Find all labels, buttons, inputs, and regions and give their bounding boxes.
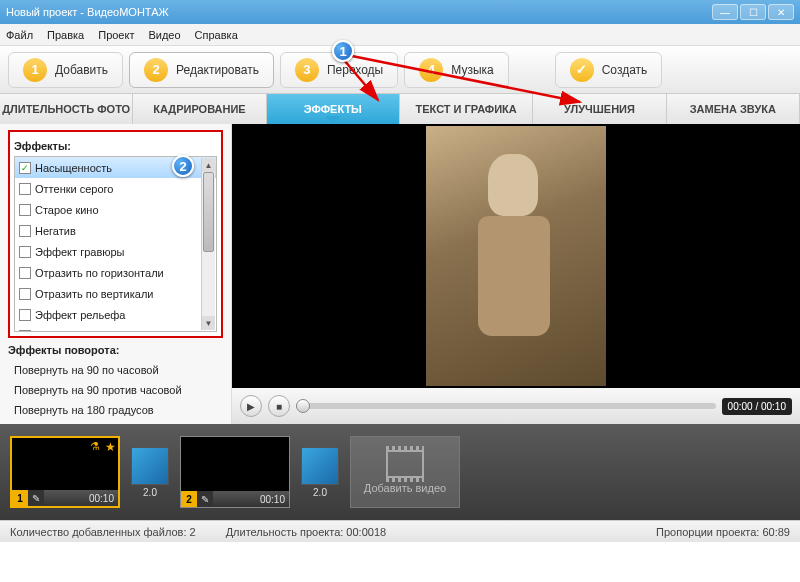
- main-area: Эффекты: ✓Насыщенность Оттенки серого Ст…: [0, 124, 800, 424]
- rotation-item[interactable]: Повернуть на 90 по часовой: [8, 360, 223, 380]
- transition-slot[interactable]: 2.0: [298, 436, 342, 508]
- rotation-item[interactable]: Повернуть на 90 против часовой: [8, 380, 223, 400]
- effect-item[interactable]: Старое кино: [15, 199, 216, 220]
- status-files: Количество добавленных файлов: 2: [10, 526, 196, 538]
- effects-label: Эффекты:: [14, 140, 217, 152]
- status-duration: Длительность проекта: 00:0018: [226, 526, 387, 538]
- subtab-effects[interactable]: ЭФФЕКТЫ: [267, 94, 400, 124]
- timeline-clip[interactable]: 2✎00:10: [180, 436, 290, 508]
- subtab-duration[interactable]: ДЛИТЕЛЬНОСТЬ ФОТО: [0, 94, 133, 124]
- step-create[interactable]: ✓Создать: [555, 52, 663, 88]
- transition-slot[interactable]: 2.0: [128, 436, 172, 508]
- photo-content: [426, 126, 606, 386]
- rotation-label: Эффекты поворота:: [8, 344, 223, 356]
- time-display: 00:00 / 00:10: [722, 398, 792, 415]
- star-icon: ★: [105, 440, 116, 454]
- menu-bar: Файл Правка Проект Видео Справка: [0, 24, 800, 46]
- effect-item[interactable]: Отразить по горизонтали: [15, 262, 216, 283]
- window-title: Новый проект - ВидеоМОНТАЖ: [6, 6, 710, 18]
- close-button[interactable]: ✕: [768, 4, 794, 20]
- subtab-enhance[interactable]: УЛУЧШЕНИЯ: [533, 94, 666, 124]
- minimize-button[interactable]: —: [712, 4, 738, 20]
- step-tabs: 1Добавить 2Редактировать 3Переходы 4Музы…: [0, 46, 800, 94]
- timeline: ★ ⚗ 1✎00:10 2.0 2✎00:10 2.0 Добавить вид…: [0, 424, 800, 520]
- stop-button[interactable]: ■: [268, 395, 290, 417]
- annotation-marker-1: 1: [332, 40, 354, 62]
- effect-item[interactable]: Эффект рельефа: [15, 304, 216, 325]
- menu-edit[interactable]: Правка: [47, 29, 84, 41]
- subtab-sound[interactable]: ЗАМЕНА ЗВУКА: [667, 94, 800, 124]
- rotation-item[interactable]: Повернуть на 180 градусов: [8, 400, 223, 420]
- subtab-crop[interactable]: КАДРИРОВАНИЕ: [133, 94, 266, 124]
- step-add[interactable]: 1Добавить: [8, 52, 123, 88]
- effect-item[interactable]: Негатив: [15, 220, 216, 241]
- title-bar: Новый проект - ВидеоМОНТАЖ — ☐ ✕: [0, 0, 800, 24]
- player-controls: ▶ ■ 00:00 / 00:10: [232, 388, 800, 424]
- step-music[interactable]: 4Музыка: [404, 52, 508, 88]
- film-icon: [386, 450, 424, 478]
- menu-video[interactable]: Видео: [148, 29, 180, 41]
- flask-icon: ⚗: [90, 440, 100, 453]
- menu-help[interactable]: Справка: [195, 29, 238, 41]
- rotation-list: Повернуть на 90 по часовой Повернуть на …: [8, 360, 223, 420]
- effect-item[interactable]: Пикселизация: [15, 325, 216, 332]
- status-ratio: Пропорции проекта: 60:89: [656, 526, 790, 538]
- annotation-marker-2: 2: [172, 155, 194, 177]
- maximize-button[interactable]: ☐: [740, 4, 766, 20]
- add-video-button[interactable]: Добавить видео: [350, 436, 460, 508]
- status-bar: Количество добавленных файлов: 2 Длитель…: [0, 520, 800, 542]
- effect-item[interactable]: Эффект гравюры: [15, 241, 216, 262]
- effect-item[interactable]: Отразить по вертикали: [15, 283, 216, 304]
- effects-scrollbar[interactable]: ▲ ▼: [201, 158, 215, 330]
- preview-image: [232, 124, 800, 388]
- play-button[interactable]: ▶: [240, 395, 262, 417]
- step-edit[interactable]: 2Редактировать: [129, 52, 274, 88]
- preview-area: ▶ ■ 00:00 / 00:10: [232, 124, 800, 424]
- timeline-clip[interactable]: ★ ⚗ 1✎00:10: [10, 436, 120, 508]
- pencil-icon[interactable]: ✎: [28, 490, 44, 506]
- subtab-text[interactable]: ТЕКСТ И ГРАФИКА: [400, 94, 533, 124]
- pencil-icon[interactable]: ✎: [197, 491, 213, 507]
- progress-slider[interactable]: [296, 403, 716, 409]
- effect-item[interactable]: Оттенки серого: [15, 178, 216, 199]
- menu-file[interactable]: Файл: [6, 29, 33, 41]
- menu-project[interactable]: Проект: [98, 29, 134, 41]
- effects-panel: Эффекты: ✓Насыщенность Оттенки серого Ст…: [0, 124, 232, 424]
- sub-tabs: ДЛИТЕЛЬНОСТЬ ФОТО КАДРИРОВАНИЕ ЭФФЕКТЫ Т…: [0, 94, 800, 124]
- effects-list: ✓Насыщенность Оттенки серого Старое кино…: [14, 156, 217, 332]
